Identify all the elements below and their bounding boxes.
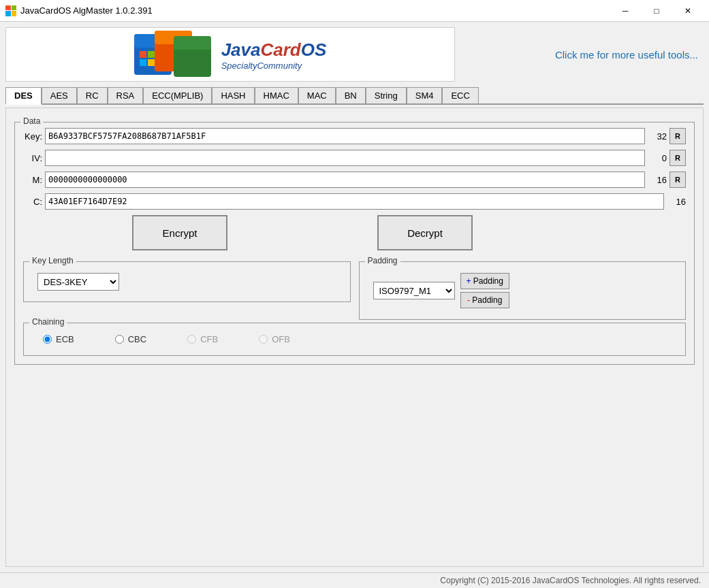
key-count: 32 (648, 131, 667, 142)
chaining-cbc-label: CBC (128, 334, 146, 344)
encrypt-button[interactable]: Encrypt (132, 215, 227, 250)
chaining-cfb-label: CFB (200, 334, 218, 344)
padding-group-box: Padding ISO9797_M1 ISO9797_M2 PKCS5 None… (359, 261, 687, 320)
svg-rect-9 (174, 36, 211, 50)
tab-bn[interactable]: BN (336, 87, 366, 103)
key-length-select[interactable]: DES-3KEY DES DES2 (37, 273, 119, 291)
chaining-cfb-option: CFB (187, 334, 218, 344)
title-bar-text: JavaCardOS AlgMaster 1.0.2.391 (20, 5, 153, 16)
logo-sub-text: SpecialtyCommunity (221, 61, 327, 71)
key-row: Key: 32 R (23, 128, 686, 144)
decrypt-button[interactable]: Decrypt (377, 215, 473, 250)
add-padding-button[interactable]: + Padding (460, 273, 509, 289)
copyright-text: Copyright (C) 2015-2016 JavaCardOS Techn… (440, 576, 701, 585)
iv-row: IV: 0 R (23, 150, 686, 166)
logo-text: JavaCardOS SpecialtyCommunity (221, 39, 327, 71)
c-label: C: (23, 197, 42, 207)
key-label: Key: (23, 131, 42, 142)
svg-rect-2 (140, 51, 146, 58)
action-buttons: Encrypt Decrypt (23, 215, 686, 250)
tab-rsa[interactable]: RSA (108, 87, 144, 103)
chaining-cbc-radio[interactable] (115, 335, 124, 344)
tab-hmac[interactable]: HMAC (255, 87, 298, 103)
m-random-button[interactable]: R (669, 172, 686, 188)
key-input[interactable] (45, 128, 645, 144)
add-padding-plus: + (467, 276, 471, 286)
logo-svg: JavaCardOS SpecialtyCommunity (134, 31, 327, 78)
padding-controls: ISO9797_M1 ISO9797_M2 PKCS5 None + Paddi… (368, 267, 509, 311)
chaining-ecb-radio[interactable] (43, 335, 52, 344)
svg-rect-3 (148, 51, 155, 58)
main-content: JavaCardOS SpecialtyCommunity Click me f… (0, 22, 709, 572)
chaining-radio-row: ECB CBC CFB OFB (32, 329, 677, 347)
padding-label: Padding (365, 256, 400, 265)
header-area: JavaCardOS SpecialtyCommunity Click me f… (5, 27, 704, 82)
padding-buttons: + Padding - Padding (460, 273, 509, 308)
padding-select[interactable]: ISO9797_M1 ISO9797_M2 PKCS5 None (373, 282, 455, 299)
iv-random-button[interactable]: R (669, 150, 686, 166)
svg-rect-5 (148, 59, 155, 66)
minimize-button[interactable]: ─ (610, 3, 641, 18)
tab-bar: DES AES RC RSA ECC(MPLIB) HASH HMAC MAC … (5, 87, 704, 105)
logo-container: JavaCardOS SpecialtyCommunity (5, 27, 455, 82)
remove-padding-minus: - (467, 295, 470, 305)
useful-tools-link[interactable]: Click me for more useful tools... (550, 44, 704, 66)
m-label: M: (23, 175, 42, 185)
chaining-ofb-option: OFB (259, 334, 290, 344)
chaining-ofb-label: OFB (272, 334, 290, 344)
windows-logo-icon (5, 5, 16, 16)
c-row: C: 16 (23, 193, 686, 210)
logo-cards-icon (134, 31, 216, 78)
svg-rect-4 (140, 59, 146, 66)
iv-label: IV: (23, 153, 42, 163)
data-group-label: Data (20, 116, 43, 126)
m-input[interactable] (45, 172, 645, 188)
iv-input[interactable] (45, 150, 645, 166)
key-length-label: Key Length (29, 256, 76, 265)
tab-aes[interactable]: AES (42, 87, 77, 103)
footer: Copyright (C) 2015-2016 JavaCardOS Techn… (0, 572, 709, 588)
data-group-box: Data Key: 32 R IV: 0 R M: 16 R (14, 122, 695, 365)
c-count: 16 (667, 197, 686, 207)
key-length-group-box: Key Length DES-3KEY DES DES2 (23, 261, 351, 302)
key-random-button[interactable]: R (669, 128, 686, 144)
maximize-button[interactable]: □ (641, 3, 672, 18)
tab-hash[interactable]: HASH (212, 87, 254, 103)
tab-rc[interactable]: RC (77, 87, 108, 103)
chaining-cbc-option[interactable]: CBC (115, 334, 146, 344)
tab-string[interactable]: String (366, 87, 407, 103)
chaining-group-box: Chaining ECB CBC CFB (23, 323, 686, 356)
chaining-label: Chaining (29, 317, 67, 327)
chaining-ecb-label: ECB (56, 334, 74, 344)
chaining-cfb-radio (187, 335, 196, 344)
tab-mac[interactable]: MAC (298, 87, 336, 103)
m-row: M: 16 R (23, 172, 686, 188)
tab-ecc-mplib[interactable]: ECC(MPLIB) (143, 87, 212, 103)
chaining-ecb-option[interactable]: ECB (43, 334, 74, 344)
chaining-ofb-radio (259, 335, 268, 344)
tab-des[interactable]: DES (5, 87, 42, 105)
m-count: 16 (648, 175, 667, 185)
close-button[interactable]: ✕ (672, 3, 704, 18)
options-row: Key Length DES-3KEY DES DES2 Padding (23, 256, 686, 320)
title-bar: JavaCardOS AlgMaster 1.0.2.391 ─ □ ✕ (0, 0, 709, 22)
title-bar-controls: ─ □ ✕ (610, 3, 704, 18)
title-bar-left: JavaCardOS AlgMaster 1.0.2.391 (5, 5, 153, 16)
logo-brand-text: JavaCardOS (221, 39, 327, 61)
remove-padding-button[interactable]: - Padding (460, 292, 509, 308)
tab-sm4[interactable]: SM4 (407, 87, 443, 103)
iv-count: 0 (648, 153, 667, 163)
tab-ecc[interactable]: ECC (442, 87, 478, 103)
key-length-select-row: DES-3KEY DES DES2 (32, 267, 342, 293)
c-input[interactable] (45, 193, 664, 210)
des-panel: Data Key: 32 R IV: 0 R M: 16 R (5, 108, 704, 567)
